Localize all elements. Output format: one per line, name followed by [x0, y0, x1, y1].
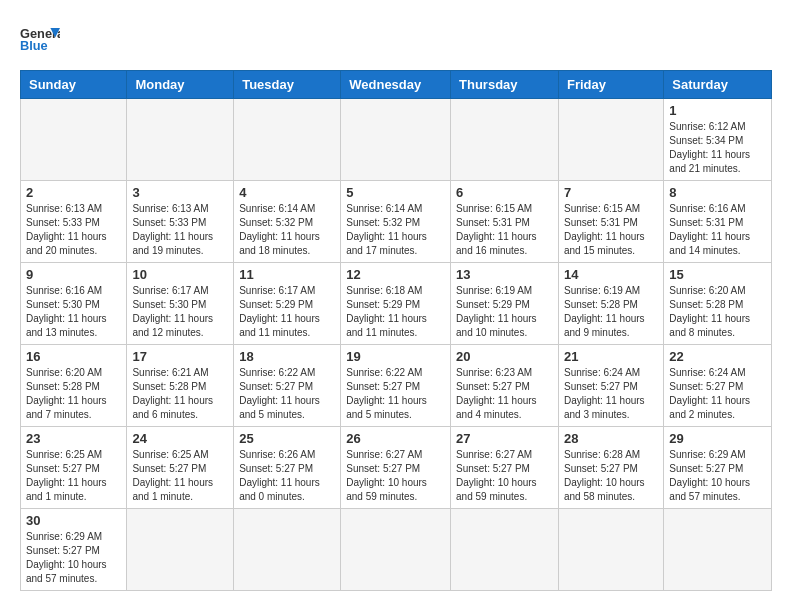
calendar-cell: 4Sunrise: 6:14 AM Sunset: 5:32 PM Daylig…	[234, 181, 341, 263]
day-info: Sunrise: 6:26 AM Sunset: 5:27 PM Dayligh…	[239, 448, 335, 504]
day-number: 17	[132, 349, 228, 364]
calendar-cell	[451, 99, 559, 181]
calendar: SundayMondayTuesdayWednesdayThursdayFrid…	[20, 70, 772, 591]
logo-icon: General Blue	[20, 20, 60, 60]
calendar-cell: 17Sunrise: 6:21 AM Sunset: 5:28 PM Dayli…	[127, 345, 234, 427]
logo: General Blue	[20, 20, 60, 60]
day-number: 7	[564, 185, 658, 200]
calendar-cell: 28Sunrise: 6:28 AM Sunset: 5:27 PM Dayli…	[558, 427, 663, 509]
day-number: 14	[564, 267, 658, 282]
day-number: 3	[132, 185, 228, 200]
day-number: 24	[132, 431, 228, 446]
calendar-cell: 16Sunrise: 6:20 AM Sunset: 5:28 PM Dayli…	[21, 345, 127, 427]
calendar-cell	[451, 509, 559, 591]
calendar-header-row: SundayMondayTuesdayWednesdayThursdayFrid…	[21, 71, 772, 99]
day-info: Sunrise: 6:29 AM Sunset: 5:27 PM Dayligh…	[669, 448, 766, 504]
calendar-cell	[127, 509, 234, 591]
calendar-cell: 15Sunrise: 6:20 AM Sunset: 5:28 PM Dayli…	[664, 263, 772, 345]
day-info: Sunrise: 6:16 AM Sunset: 5:31 PM Dayligh…	[669, 202, 766, 258]
calendar-cell: 29Sunrise: 6:29 AM Sunset: 5:27 PM Dayli…	[664, 427, 772, 509]
calendar-cell: 2Sunrise: 6:13 AM Sunset: 5:33 PM Daylig…	[21, 181, 127, 263]
calendar-cell: 25Sunrise: 6:26 AM Sunset: 5:27 PM Dayli…	[234, 427, 341, 509]
header: General Blue	[20, 20, 772, 60]
day-number: 12	[346, 267, 445, 282]
calendar-cell: 11Sunrise: 6:17 AM Sunset: 5:29 PM Dayli…	[234, 263, 341, 345]
day-number: 28	[564, 431, 658, 446]
calendar-cell	[234, 509, 341, 591]
day-info: Sunrise: 6:18 AM Sunset: 5:29 PM Dayligh…	[346, 284, 445, 340]
day-number: 10	[132, 267, 228, 282]
day-number: 22	[669, 349, 766, 364]
calendar-week-2: 2Sunrise: 6:13 AM Sunset: 5:33 PM Daylig…	[21, 181, 772, 263]
calendar-week-3: 9Sunrise: 6:16 AM Sunset: 5:30 PM Daylig…	[21, 263, 772, 345]
calendar-cell: 23Sunrise: 6:25 AM Sunset: 5:27 PM Dayli…	[21, 427, 127, 509]
day-info: Sunrise: 6:24 AM Sunset: 5:27 PM Dayligh…	[669, 366, 766, 422]
day-info: Sunrise: 6:13 AM Sunset: 5:33 PM Dayligh…	[132, 202, 228, 258]
calendar-cell: 22Sunrise: 6:24 AM Sunset: 5:27 PM Dayli…	[664, 345, 772, 427]
calendar-cell	[127, 99, 234, 181]
day-number: 25	[239, 431, 335, 446]
day-info: Sunrise: 6:25 AM Sunset: 5:27 PM Dayligh…	[132, 448, 228, 504]
calendar-cell	[21, 99, 127, 181]
day-number: 21	[564, 349, 658, 364]
day-info: Sunrise: 6:19 AM Sunset: 5:28 PM Dayligh…	[564, 284, 658, 340]
day-info: Sunrise: 6:27 AM Sunset: 5:27 PM Dayligh…	[456, 448, 553, 504]
calendar-cell: 5Sunrise: 6:14 AM Sunset: 5:32 PM Daylig…	[341, 181, 451, 263]
day-header-saturday: Saturday	[664, 71, 772, 99]
day-number: 29	[669, 431, 766, 446]
day-info: Sunrise: 6:28 AM Sunset: 5:27 PM Dayligh…	[564, 448, 658, 504]
day-info: Sunrise: 6:17 AM Sunset: 5:29 PM Dayligh…	[239, 284, 335, 340]
calendar-cell	[341, 99, 451, 181]
day-header-friday: Friday	[558, 71, 663, 99]
calendar-cell: 3Sunrise: 6:13 AM Sunset: 5:33 PM Daylig…	[127, 181, 234, 263]
day-header-tuesday: Tuesday	[234, 71, 341, 99]
day-header-monday: Monday	[127, 71, 234, 99]
day-number: 2	[26, 185, 121, 200]
calendar-cell: 19Sunrise: 6:22 AM Sunset: 5:27 PM Dayli…	[341, 345, 451, 427]
day-info: Sunrise: 6:17 AM Sunset: 5:30 PM Dayligh…	[132, 284, 228, 340]
calendar-cell: 26Sunrise: 6:27 AM Sunset: 5:27 PM Dayli…	[341, 427, 451, 509]
calendar-cell	[341, 509, 451, 591]
day-number: 1	[669, 103, 766, 118]
calendar-week-1: 1Sunrise: 6:12 AM Sunset: 5:34 PM Daylig…	[21, 99, 772, 181]
day-number: 8	[669, 185, 766, 200]
calendar-cell: 24Sunrise: 6:25 AM Sunset: 5:27 PM Dayli…	[127, 427, 234, 509]
calendar-week-4: 16Sunrise: 6:20 AM Sunset: 5:28 PM Dayli…	[21, 345, 772, 427]
day-number: 9	[26, 267, 121, 282]
svg-text:Blue: Blue	[20, 38, 48, 53]
day-number: 16	[26, 349, 121, 364]
day-info: Sunrise: 6:24 AM Sunset: 5:27 PM Dayligh…	[564, 366, 658, 422]
calendar-cell	[558, 509, 663, 591]
day-number: 15	[669, 267, 766, 282]
day-info: Sunrise: 6:13 AM Sunset: 5:33 PM Dayligh…	[26, 202, 121, 258]
calendar-cell: 8Sunrise: 6:16 AM Sunset: 5:31 PM Daylig…	[664, 181, 772, 263]
day-number: 20	[456, 349, 553, 364]
day-info: Sunrise: 6:15 AM Sunset: 5:31 PM Dayligh…	[564, 202, 658, 258]
calendar-cell: 21Sunrise: 6:24 AM Sunset: 5:27 PM Dayli…	[558, 345, 663, 427]
calendar-cell: 13Sunrise: 6:19 AM Sunset: 5:29 PM Dayli…	[451, 263, 559, 345]
day-info: Sunrise: 6:16 AM Sunset: 5:30 PM Dayligh…	[26, 284, 121, 340]
day-info: Sunrise: 6:23 AM Sunset: 5:27 PM Dayligh…	[456, 366, 553, 422]
day-number: 13	[456, 267, 553, 282]
day-number: 23	[26, 431, 121, 446]
calendar-cell: 6Sunrise: 6:15 AM Sunset: 5:31 PM Daylig…	[451, 181, 559, 263]
calendar-cell: 9Sunrise: 6:16 AM Sunset: 5:30 PM Daylig…	[21, 263, 127, 345]
day-info: Sunrise: 6:14 AM Sunset: 5:32 PM Dayligh…	[346, 202, 445, 258]
day-info: Sunrise: 6:22 AM Sunset: 5:27 PM Dayligh…	[346, 366, 445, 422]
day-number: 26	[346, 431, 445, 446]
calendar-cell: 12Sunrise: 6:18 AM Sunset: 5:29 PM Dayli…	[341, 263, 451, 345]
day-info: Sunrise: 6:27 AM Sunset: 5:27 PM Dayligh…	[346, 448, 445, 504]
day-info: Sunrise: 6:20 AM Sunset: 5:28 PM Dayligh…	[26, 366, 121, 422]
calendar-cell: 10Sunrise: 6:17 AM Sunset: 5:30 PM Dayli…	[127, 263, 234, 345]
day-number: 6	[456, 185, 553, 200]
calendar-cell: 27Sunrise: 6:27 AM Sunset: 5:27 PM Dayli…	[451, 427, 559, 509]
day-info: Sunrise: 6:12 AM Sunset: 5:34 PM Dayligh…	[669, 120, 766, 176]
day-info: Sunrise: 6:14 AM Sunset: 5:32 PM Dayligh…	[239, 202, 335, 258]
day-number: 18	[239, 349, 335, 364]
day-number: 19	[346, 349, 445, 364]
day-number: 4	[239, 185, 335, 200]
day-info: Sunrise: 6:22 AM Sunset: 5:27 PM Dayligh…	[239, 366, 335, 422]
calendar-cell	[558, 99, 663, 181]
day-info: Sunrise: 6:29 AM Sunset: 5:27 PM Dayligh…	[26, 530, 121, 586]
day-info: Sunrise: 6:20 AM Sunset: 5:28 PM Dayligh…	[669, 284, 766, 340]
